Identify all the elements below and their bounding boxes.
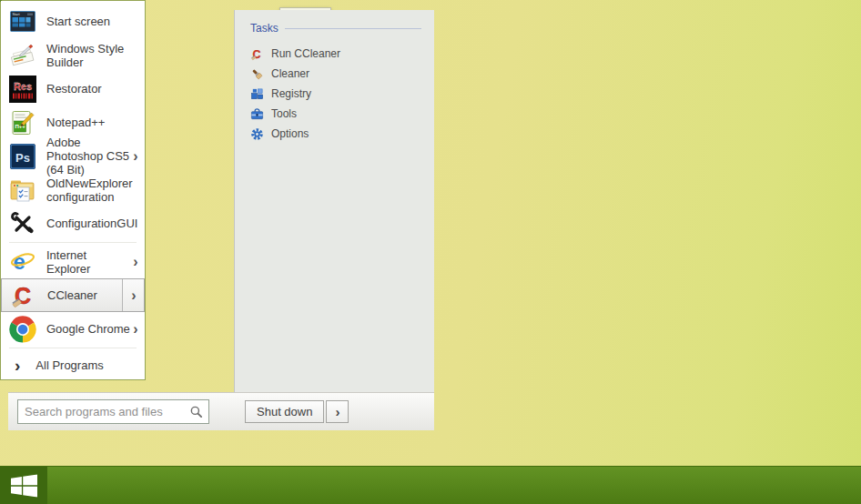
style-builder-icon	[9, 42, 36, 69]
program-item-ccleaner-selected[interactable]: CCleaner	[1, 278, 145, 312]
jumplist-tasks-panel: Tasks Run CCleaner Cleaner Registry Tool…	[234, 10, 434, 392]
windows-logo-icon	[11, 474, 37, 498]
oldnewexplorer-icon	[9, 176, 36, 204]
program-label: Internet Explorer	[46, 248, 133, 276]
submenu-arrow-icon	[133, 322, 137, 337]
task-item-options[interactable]: Options	[250, 124, 434, 144]
restorator-icon	[9, 76, 36, 103]
brush-icon	[250, 67, 264, 81]
task-item-registry[interactable]: Registry	[250, 84, 434, 104]
search-icon	[189, 405, 203, 418]
menu-footer: Shut down	[8, 392, 434, 430]
all-programs-label: All Programs	[35, 358, 103, 372]
program-label: Adobe Photoshop CS5 (64 Bit)	[46, 136, 133, 176]
list-separator	[9, 348, 137, 348]
program-label: CCleaner	[47, 288, 97, 302]
ccleaner-icon	[250, 47, 264, 61]
task-item-run-ccleaner[interactable]: Run CCleaner	[250, 44, 434, 64]
task-item-tools[interactable]: Tools	[250, 104, 434, 124]
toolbox-icon	[250, 107, 264, 121]
registry-icon	[250, 87, 264, 101]
list-separator	[9, 242, 137, 243]
start-button[interactable]	[0, 467, 47, 504]
search-input[interactable]	[18, 405, 208, 418]
shutdown-arrow-icon	[335, 405, 339, 418]
program-label: ConfigurationGUI	[46, 217, 137, 230]
tasks-header-rule	[285, 28, 421, 29]
program-label: Windows Style Builder	[46, 42, 137, 69]
program-item-configuration-gui[interactable]: ConfigurationGUI	[1, 207, 145, 240]
program-item-start-screen[interactable]: Start screen	[1, 5, 145, 38]
program-item-notepad-plus-plus[interactable]: Notepad++	[1, 106, 145, 139]
program-item-windows-style-builder[interactable]: Windows Style Builder	[1, 38, 145, 72]
all-programs-arrow-icon	[15, 357, 20, 374]
shutdown-options-button[interactable]	[326, 400, 349, 423]
gear-icon	[250, 127, 264, 141]
all-programs-button[interactable]: All Programs	[1, 350, 145, 379]
start-screen-icon	[9, 8, 36, 35]
program-list-panel: Start screen Windows Style Builder Resto…	[1, 1, 145, 379]
submenu-arrow-icon	[133, 255, 137, 269]
configuration-gui-icon	[9, 210, 36, 237]
search-box[interactable]	[17, 399, 209, 424]
jumplist-arrow-button[interactable]	[122, 279, 144, 311]
program-item-oldnewexplorer-configuration[interactable]: OldNewExplorer configuration	[1, 173, 145, 207]
tasks-title: Tasks	[250, 22, 279, 35]
shutdown-area: Shut down	[245, 400, 349, 423]
program-item-restorator[interactable]: Restorator	[1, 72, 145, 106]
ccleaner-icon	[10, 282, 37, 309]
program-label: Google Chrome	[46, 322, 130, 336]
submenu-arrow-icon	[133, 149, 137, 164]
shutdown-button[interactable]: Shut down	[245, 400, 324, 423]
task-item-cleaner[interactable]: Cleaner	[250, 64, 434, 84]
photoshop-icon	[9, 143, 36, 170]
program-label: Restorator	[46, 82, 102, 96]
program-item-google-chrome[interactable]: Google Chrome	[1, 312, 145, 346]
taskbar[interactable]	[0, 466, 861, 504]
program-label: Start screen	[46, 15, 110, 28]
tasks-list: Run CCleaner Cleaner Registry Tools Opti…	[235, 35, 434, 144]
notepad-plus-plus-icon	[9, 109, 36, 136]
google-chrome-icon	[9, 316, 36, 343]
submenu-arrow-icon	[131, 288, 136, 303]
start-menu-right: Start screen Windows Style Builder Resto…	[0, 0, 2, 2]
pinned-program-list: Start screen Windows Style Builder Resto…	[1, 1, 145, 379]
program-item-adobe-photoshop[interactable]: Adobe Photoshop CS5 (64 Bit)	[1, 139, 145, 173]
desktop: { "colors": { "desktop_yellow": "#e8e291…	[0, 0, 861, 504]
program-label: OldNewExplorer configuration	[46, 176, 137, 204]
program-label: Notepad++	[46, 116, 105, 129]
program-item-internet-explorer[interactable]: Internet Explorer	[1, 245, 145, 278]
tasks-header: Tasks	[235, 10, 434, 35]
internet-explorer-icon	[9, 248, 36, 276]
